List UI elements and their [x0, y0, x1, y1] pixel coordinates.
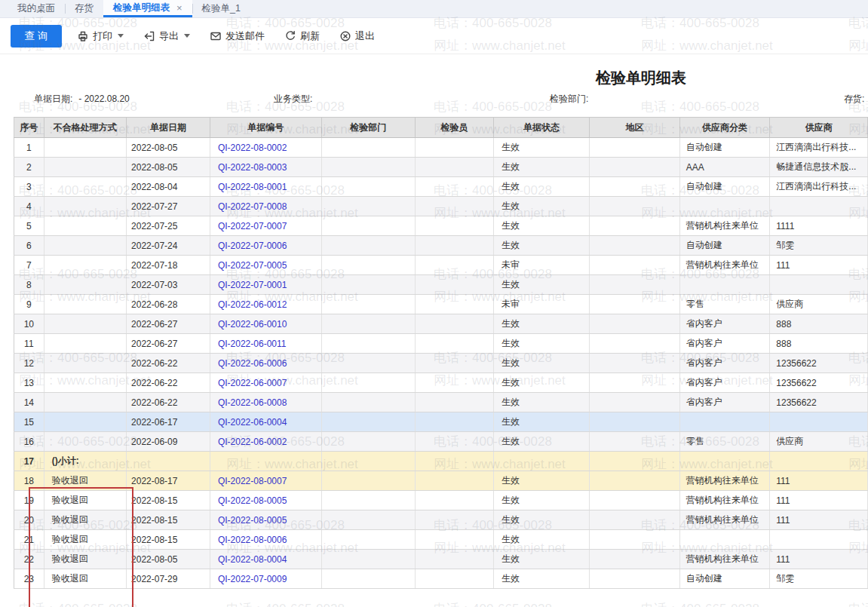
- chevron-down-icon: [184, 34, 190, 38]
- tab-inspection-doc-1[interactable]: 检验单_1: [192, 0, 250, 17]
- send-mail-button[interactable]: 发送邮件: [210, 29, 265, 43]
- doc-date-cell: 2022-06-17: [127, 412, 210, 432]
- exit-button[interactable]: 退出: [339, 29, 375, 43]
- table-row[interactable]: 21验收退回2022-08-15QI-2022-08-0006生效: [14, 530, 868, 550]
- table-row[interactable]: 12022-08-05QI-2022-08-0002生效自动创建江西滴滴出行科技…: [14, 138, 868, 158]
- table-row[interactable]: 32022-08-04QI-2022-08-0001生效自动创建江西滴滴出行科技…: [14, 177, 868, 197]
- column-header-region[interactable]: 地区: [590, 118, 680, 138]
- handling-cell: [44, 314, 126, 334]
- query-button[interactable]: 查 询: [11, 25, 62, 48]
- tab-inspection-report[interactable]: 检验单明细表×: [103, 0, 192, 17]
- column-header-doc-no[interactable]: 单据编号: [210, 118, 321, 138]
- doc-status-cell: 生效: [494, 216, 590, 236]
- seq-cell: 16: [14, 432, 44, 452]
- refresh-button[interactable]: 刷新: [284, 29, 320, 43]
- supplier-cell: [770, 197, 868, 216]
- doc-link[interactable]: QI-2022-07-0008: [210, 197, 321, 216]
- doc-status-cell: [494, 452, 590, 471]
- inspect-dept-cell: [321, 197, 415, 216]
- doc-link[interactable]: QI-2022-08-0006: [210, 530, 321, 550]
- doc-link[interactable]: QI-2022-06-0006: [210, 354, 321, 373]
- table-row[interactable]: 112022-06-27QI-2022-06-0011生效省内客户888: [14, 334, 868, 354]
- table-row[interactable]: 72022-07-18QI-2022-07-0005未审营销机构往来单位111: [14, 256, 868, 275]
- table-row[interactable]: 82022-07-03QI-2022-07-0001生效: [14, 275, 868, 295]
- handling-cell: [44, 138, 126, 158]
- doc-link[interactable]: QI-2022-08-0004: [210, 550, 321, 569]
- doc-link[interactable]: QI-2022-07-0005: [210, 256, 321, 275]
- supplier-class-cell: 零售: [679, 432, 770, 452]
- table-row[interactable]: 42022-07-27QI-2022-07-0008生效: [14, 197, 868, 216]
- doc-link[interactable]: QI-2022-06-0011: [210, 334, 321, 354]
- table-row[interactable]: 22验收退回2022-08-05QI-2022-08-0004生效营销机构往来单…: [14, 550, 868, 569]
- doc-link[interactable]: QI-2022-06-0002: [210, 432, 321, 452]
- supplier-cell: 江西滴滴出行科技...: [770, 177, 868, 197]
- doc-link[interactable]: QI-2022-08-0003: [210, 158, 321, 177]
- column-header-doc-status[interactable]: 单据状态: [494, 118, 590, 138]
- seq-cell: 23: [14, 569, 44, 589]
- table-row[interactable]: 20验收退回2022-08-15QI-2022-08-0005生效营销机构往来单…: [14, 510, 868, 530]
- column-header-handling[interactable]: 不合格处理方式: [44, 118, 126, 138]
- doc-date-cell: 2022-07-03: [127, 275, 210, 295]
- filter-label: 存货:: [844, 94, 864, 104]
- inspector-cell: [415, 177, 493, 197]
- table-row[interactable]: 19验收退回2022-08-15QI-2022-08-0005生效营销机构往来单…: [14, 491, 868, 510]
- supplier-cell: [770, 530, 868, 550]
- table-row[interactable]: 18验收退回2022-08-17QI-2022-08-0007生效营销机构往来单…: [14, 471, 868, 491]
- table-row[interactable]: 162022-06-09QI-2022-06-0002生效零售供应商: [14, 432, 868, 452]
- region-cell: [590, 138, 680, 158]
- seq-cell: 20: [14, 510, 44, 530]
- table-row[interactable]: 152022-06-17QI-2022-06-0004生效: [14, 412, 868, 432]
- doc-link[interactable]: QI-2022-06-0010: [210, 314, 321, 334]
- table-row[interactable]: 102022-06-27QI-2022-06-0010生效省内客户888: [14, 314, 868, 334]
- watermark-text: 电话：400-665-0028网址：www.chanjet.net: [19, 601, 151, 607]
- column-header-seq[interactable]: 序号: [14, 118, 44, 138]
- column-header-supplier[interactable]: 供应商: [770, 118, 868, 138]
- doc-link[interactable]: QI-2022-08-0005: [210, 491, 321, 510]
- table-row[interactable]: 52022-07-25QI-2022-07-0007生效营销机构往来单位1111: [14, 216, 868, 236]
- column-header-doc-date[interactable]: 单据日期: [127, 118, 210, 138]
- doc-link[interactable]: QI-2022-07-0009: [210, 569, 321, 589]
- doc-link[interactable]: QI-2022-07-0006: [210, 236, 321, 256]
- doc-link[interactable]: QI-2022-06-0012: [210, 295, 321, 314]
- filter-inspect-dept: 检验部门:: [550, 93, 594, 106]
- table-row[interactable]: 23验收退回2022-07-29QI-2022-07-0009生效自动创建邹雯: [14, 569, 868, 589]
- doc-date-cell: 2022-07-25: [127, 216, 210, 236]
- close-icon[interactable]: ×: [176, 3, 182, 13]
- table-row[interactable]: 62022-07-24QI-2022-07-0006生效自动创建邹雯: [14, 236, 868, 256]
- doc-date-cell: 2022-06-09: [127, 432, 210, 452]
- doc-link[interactable]: QI-2022-06-0004: [210, 412, 321, 432]
- doc-link[interactable]: QI-2022-08-0001: [210, 177, 321, 197]
- doc-date-cell: 2022-07-29: [127, 569, 210, 589]
- doc-link[interactable]: QI-2022-07-0007: [210, 216, 321, 236]
- print-button[interactable]: 打印: [77, 29, 124, 43]
- doc-link[interactable]: QI-2022-08-0005: [210, 510, 321, 530]
- doc-link[interactable]: QI-2022-06-0007: [210, 373, 321, 393]
- doc-link[interactable]: QI-2022-08-0007: [210, 471, 321, 491]
- inspector-cell: [415, 471, 493, 491]
- table-row[interactable]: 22022-08-05QI-2022-08-0003生效AAA畅捷通信息技术股.…: [14, 158, 868, 177]
- printer-icon: [77, 30, 89, 42]
- supplier-class-cell: 省内客户: [679, 393, 770, 412]
- table-row[interactable]: 132022-06-22QI-2022-06-0007生效省内客户1235662…: [14, 373, 868, 393]
- column-header-supplier-class[interactable]: 供应商分类: [679, 118, 770, 138]
- supplier-cell: 邹雯: [770, 569, 868, 589]
- table-row[interactable]: 122022-06-22QI-2022-06-0006生效省内客户1235662…: [14, 354, 868, 373]
- seq-cell: 22: [14, 550, 44, 569]
- inspector-cell: [415, 393, 493, 412]
- tab-inventory[interactable]: 存货: [65, 0, 103, 17]
- doc-link[interactable]: QI-2022-08-0002: [210, 138, 321, 158]
- table-row[interactable]: 17()小计:: [14, 452, 868, 471]
- table-row[interactable]: 142022-06-22QI-2022-06-0008生效省内客户1235662…: [14, 393, 868, 412]
- watermark-text: 电话：400-665-0028网址：www.chanjet.net: [434, 601, 566, 607]
- column-header-inspector[interactable]: 检验员: [415, 118, 493, 138]
- inspect-dept-cell: [321, 452, 415, 471]
- tab-my-desktop[interactable]: 我的桌面: [8, 0, 65, 17]
- doc-link[interactable]: QI-2022-06-0008: [210, 393, 321, 412]
- inspect-dept-cell: [321, 510, 415, 530]
- column-header-inspect-dept[interactable]: 检验部门: [321, 118, 415, 138]
- handling-cell: [44, 236, 126, 256]
- export-button[interactable]: 导出: [143, 29, 190, 43]
- doc-link[interactable]: QI-2022-07-0001: [210, 275, 321, 295]
- table-row[interactable]: 92022-06-28QI-2022-06-0012未审零售供应商: [14, 295, 868, 314]
- doc-status-cell: 生效: [494, 354, 590, 373]
